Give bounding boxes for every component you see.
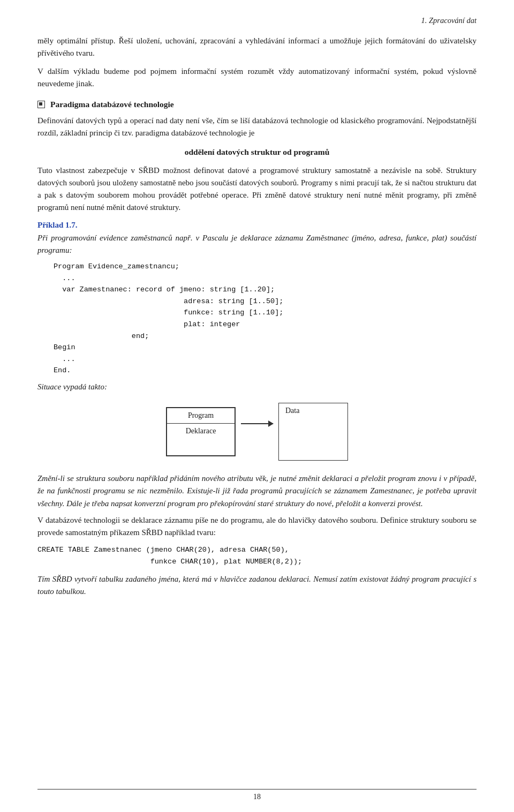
footer-divider [37,789,477,790]
paragraph-2: V dalším výkladu budeme pod pojmem infor… [37,65,477,91]
italic-paragraph-4: Tím SŘBD vytvoří tabulku zadaného jména,… [37,573,477,598]
arrow-container [236,423,278,424]
page-footer: 18 [0,789,514,801]
italic-paragraph-2: Situace vypadá takto: [37,381,477,393]
paragraph-4: Tuto vlastnost zabezpečuje v SŘBD možnos… [37,164,477,214]
diagram-deklarace-box: Deklarace [167,424,235,456]
arrow-icon [241,423,273,424]
header-text: 1. Zpracování dat [421,16,477,25]
sql-block: CREATE TABLE Zamestnanec (jmeno CHAR(20)… [37,544,477,567]
code-block-1: Program Evidence_zamestnancu; ... var Za… [54,261,477,377]
page: 1. Zpracování dat měly optimální přístup… [0,0,514,812]
italic-paragraph-1: Při programování evidence zaměstnanců na… [37,232,477,257]
paragraph-1: měly optimální přístup. Řeší uložení, uc… [37,35,477,60]
checkbox-icon [37,101,45,108]
italic-paragraph-3: Změní-li se struktura souboru například … [37,472,477,510]
center-emphasis: oddělení datových struktur od programů [37,147,477,157]
diagram-left-box: Program Deklarace [166,407,236,456]
diagram: Program Deklarace Data [166,403,348,461]
section-heading-text: Paradigma databázové technologie [50,100,174,109]
paragraph-5: V databázové technologii se deklarace zá… [37,514,477,539]
paragraph-3: Definování datových typů a operací nad d… [37,115,477,140]
section-heading: Paradigma databázové technologie [37,100,477,109]
page-number: 18 [253,793,261,801]
example-label: Příklad 1.7. [37,221,477,230]
diagram-program-box: Program [167,408,235,424]
diagram-right-box: Data [278,403,348,461]
page-header: 1. Zpracování dat [37,16,477,25]
diagram-container: Program Deklarace Data [37,403,477,461]
